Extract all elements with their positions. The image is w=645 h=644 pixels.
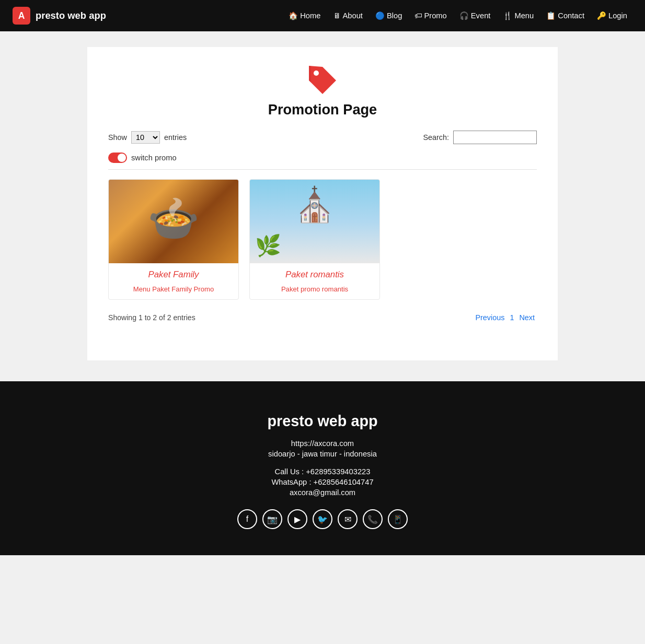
svg-point-0 (314, 71, 319, 76)
promo-card-img-food (109, 180, 238, 263)
promo-card-img-wedding (250, 180, 379, 263)
footer-email: axcora@gmail.com (10, 488, 635, 497)
promo-card-title-romantis: Paket romantis (257, 270, 372, 280)
social-whatsapp[interactable]: 📞 (363, 509, 383, 529)
nav-menu: 🏠Home 🖥About 🔵Blog 🏷Promo 🎧Event 🍴Menu 📋… (283, 8, 632, 24)
footer-call: Call Us : +62895339403223 (10, 467, 635, 476)
whatsapp-icon: 📞 (367, 514, 378, 524)
facebook-icon: f (246, 514, 248, 524)
promo-header: Promotion Page (108, 63, 537, 118)
nav-blog[interactable]: 🔵Blog (370, 8, 407, 24)
headphone-icon: 🎧 (459, 11, 469, 20)
promo-card-desc-family: Menu Paket Family Promo (116, 285, 231, 293)
pagination-next[interactable]: Next (517, 312, 537, 323)
toggle-switch[interactable] (108, 153, 127, 163)
social-youtube[interactable]: ▶ (287, 509, 307, 529)
footer-whatsapp: WhatsApp : +6285646104747 (10, 478, 635, 486)
instagram-icon: 📷 (267, 514, 278, 524)
promo-tag-icon (306, 63, 339, 98)
tag-icon: 🏷 (414, 11, 422, 20)
promo-card-family[interactable]: Paket Family Menu Paket Family Promo (108, 179, 239, 300)
brand-link[interactable]: A presto web app (13, 7, 106, 25)
switch-promo-row: switch promo (108, 153, 537, 170)
twitter-icon: 🐦 (317, 514, 328, 524)
social-facebook[interactable]: f (237, 509, 257, 529)
pagination-current[interactable]: 1 (508, 312, 516, 323)
promo-card-body-romantis: Paket romantis Paket promo romantis (250, 263, 379, 299)
entries-select[interactable]: 10 25 50 100 (131, 131, 160, 144)
footer-socials: f 📷 ▶ 🐦 ✉ 📞 📱 (10, 509, 635, 529)
switch-label: switch promo (131, 154, 177, 162)
promo-grid: Paket Family Menu Paket Family Promo Pak… (108, 179, 537, 300)
social-email[interactable]: ✉ (338, 509, 358, 529)
search-input[interactable] (453, 131, 537, 144)
search-label: Search: (423, 133, 449, 142)
search-box: Search: (423, 131, 537, 144)
nav-login[interactable]: 🔑Login (592, 8, 632, 24)
home-icon: 🏠 (289, 11, 298, 20)
social-instagram[interactable]: 📷 (262, 509, 282, 529)
blog-icon: 🔵 (375, 11, 385, 20)
page-wrapper: Promotion Page Show 10 25 50 100 entries… (0, 31, 645, 381)
main-card: Promotion Page Show 10 25 50 100 entries… (87, 47, 558, 360)
brand-name: presto web app (36, 10, 106, 21)
email-icon: ✉ (344, 514, 351, 524)
nav-home[interactable]: 🏠Home (283, 8, 326, 24)
pagination: Previous 1 Next (473, 312, 537, 323)
nav-contact[interactable]: 📋Contact (541, 8, 590, 24)
pagination-prev[interactable]: Previous (473, 312, 506, 323)
promo-card-body-family: Paket Family Menu Paket Family Promo (109, 263, 238, 299)
nav-about[interactable]: 🖥About (328, 8, 367, 23)
brand-logo: A (13, 7, 30, 25)
youtube-icon: ▶ (294, 514, 301, 524)
nav-event[interactable]: 🎧Event (454, 8, 496, 24)
promo-card-desc-romantis: Paket promo romantis (257, 285, 372, 293)
social-twitter[interactable]: 🐦 (313, 509, 332, 529)
page-title: Promotion Page (108, 101, 537, 118)
phone-icon: 📱 (393, 514, 403, 524)
showing-text: Showing 1 to 2 of 2 entries (108, 313, 195, 322)
key-icon: 🔑 (597, 11, 606, 20)
table-footer: Showing 1 to 2 of 2 entries Previous 1 N… (108, 312, 537, 323)
fork-icon: 🍴 (503, 11, 512, 20)
nav-promo[interactable]: 🏷Promo (409, 8, 452, 23)
footer-address: sidoarjo - jawa timur - indonesia (10, 450, 635, 458)
entries-label: entries (164, 133, 187, 142)
promo-card-romantis[interactable]: Paket romantis Paket promo romantis (249, 179, 380, 300)
nav-menu[interactable]: 🍴Menu (498, 8, 539, 24)
show-label: Show (108, 133, 127, 142)
monitor-icon: 🖥 (333, 11, 340, 20)
site-footer: presto web app https://axcora.com sidoar… (0, 381, 645, 555)
footer-url: https://axcora.com (10, 439, 635, 448)
contact-icon: 📋 (546, 11, 556, 20)
navbar: A presto web app 🏠Home 🖥About 🔵Blog 🏷Pro… (0, 0, 645, 31)
table-controls-top: Show 10 25 50 100 entries Search: (108, 131, 537, 144)
show-entries: Show 10 25 50 100 entries (108, 131, 187, 144)
promo-card-title-family: Paket Family (116, 270, 231, 280)
footer-brand: presto web app (10, 413, 635, 430)
social-phone[interactable]: 📱 (388, 509, 408, 529)
